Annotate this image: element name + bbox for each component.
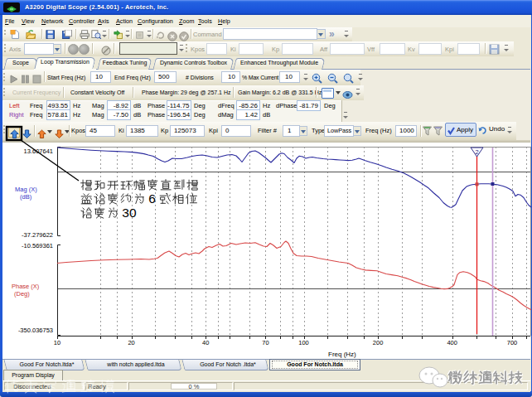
- svg-text:2: 2: [475, 148, 478, 156]
